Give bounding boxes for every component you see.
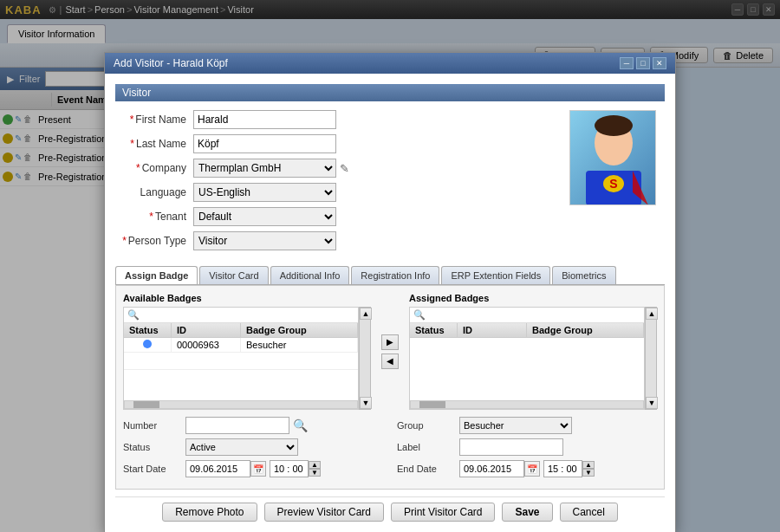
company-select[interactable]: Thermplan GmbH: [193, 159, 336, 178]
assigned-vscroll[interactable]: ▲ ▼: [645, 307, 657, 410]
assigned-vscroll-down-btn[interactable]: ▼: [646, 397, 658, 409]
language-row: Language US-English: [115, 183, 559, 202]
visitor-photo: S: [569, 110, 656, 205]
last-name-label: *Last Name: [115, 138, 193, 150]
assigned-vscroll-up-btn[interactable]: ▲: [646, 308, 658, 320]
badge-section: Available Badges 🔍 Status ID: [115, 285, 665, 490]
preview-visitor-card-button[interactable]: Preview Visitor Card: [264, 503, 384, 522]
end-time-up-btn[interactable]: ▲: [582, 461, 595, 469]
print-visitor-card-button[interactable]: Print Visitor Card: [391, 503, 495, 522]
tenant-select[interactable]: Default: [193, 207, 336, 226]
end-time-down-btn[interactable]: ▼: [582, 469, 595, 477]
form-fields: *First Name *Last Name: [115, 110, 559, 256]
main-area: ▶ Filter Event Name Firs ✎ 🗑 Present Ka: [0, 68, 780, 532]
tenant-label: *Tenant: [115, 211, 193, 223]
start-date-label: Start Date: [123, 464, 185, 474]
tab-biometrics[interactable]: Biometrics: [552, 266, 615, 284]
photo-svg: S: [570, 110, 655, 205]
badge-group-cell: Besucher: [241, 338, 358, 352]
label-row: Label: [397, 438, 657, 456]
vscroll-up-btn[interactable]: ▲: [360, 308, 372, 320]
number-search-icon[interactable]: 🔍: [293, 418, 308, 432]
company-row: *Company Thermplan GmbH ✎: [115, 159, 559, 178]
tab-additional-info[interactable]: Additional Info: [270, 266, 350, 284]
dialog-maximize-btn[interactable]: □: [636, 57, 650, 69]
badge-bottom-form: Number 🔍 Status Active: [123, 417, 657, 482]
available-hscroll[interactable]: [124, 400, 358, 409]
person-type-select[interactable]: Visitor: [193, 231, 336, 250]
badge-label-input[interactable]: [459, 438, 563, 456]
tab-erp-extension[interactable]: ERP Extention Fields: [441, 266, 550, 284]
tab-registration-info[interactable]: Registration Info: [351, 266, 439, 284]
number-label: Number: [123, 420, 185, 431]
end-date-calendar-icon[interactable]: 📅: [524, 461, 540, 477]
badge-label-label: Label: [397, 442, 459, 452]
required-star: *: [122, 235, 127, 247]
inner-tab-bar: Assign Badge Visitor Card Additional Inf…: [115, 266, 665, 285]
tab-assign-badge[interactable]: Assign Badge: [115, 266, 198, 284]
available-badge-row-empty: [124, 353, 358, 370]
right-panel: Add Visitor - Harald Köpf ─ □ ✕ Visitor: [182, 68, 780, 532]
start-date-input[interactable]: [185, 460, 250, 477]
last-name-input[interactable]: [193, 134, 336, 153]
assigned-hscroll-thumb: [419, 401, 445, 408]
assigned-badges-panel: Assigned Badges 🔍 Status ID: [409, 293, 657, 410]
svg-point-2: [595, 115, 633, 136]
end-date-row: End Date 📅 ▲ ▼: [397, 460, 657, 477]
transfer-right-btn[interactable]: ▶: [381, 334, 399, 350]
tab-visitor-card[interactable]: Visitor Card: [199, 266, 268, 284]
end-time-input[interactable]: [543, 460, 582, 477]
start-time-up-btn[interactable]: ▲: [309, 461, 321, 469]
badge-panels: Available Badges 🔍 Status ID: [123, 293, 657, 410]
start-date-calendar-icon[interactable]: 📅: [250, 461, 266, 477]
avail-status-header: Status: [124, 323, 172, 337]
group-select[interactable]: Besucher: [459, 417, 572, 434]
available-badge-row[interactable]: 00006963 Besucher: [124, 338, 358, 353]
person-type-row: *Person Type Visitor: [115, 231, 559, 250]
number-input[interactable]: [185, 417, 289, 434]
photo-area: S: [569, 110, 665, 256]
action-row: Remove Photo Preview Visitor Card Print …: [115, 496, 665, 522]
vscroll-down-btn[interactable]: ▼: [360, 397, 372, 409]
required-star: *: [130, 114, 134, 126]
end-date-input[interactable]: [459, 460, 524, 477]
start-time-down-btn[interactable]: ▼: [309, 469, 321, 477]
dialog: Add Visitor - Harald Köpf ─ □ ✕ Visitor: [104, 52, 676, 532]
transfer-left-btn[interactable]: ◀: [381, 354, 399, 369]
available-hscroll-thumb: [133, 401, 159, 408]
save-button[interactable]: Save: [502, 503, 552, 522]
assigned-hscroll[interactable]: [410, 400, 644, 409]
dialog-minimize-btn[interactable]: ─: [620, 57, 634, 69]
available-table-wrapper: 🔍 Status ID Badge Group: [123, 307, 371, 410]
assigned-vscroll-track: [646, 320, 656, 397]
available-badges-panel: Available Badges 🔍 Status ID: [123, 293, 371, 410]
start-date-row: Start Date 📅 ▲ ▼: [123, 460, 383, 477]
dialog-close-btn[interactable]: ✕: [653, 57, 666, 69]
remove-photo-button[interactable]: Remove Photo: [162, 503, 257, 522]
svg-text:S: S: [609, 177, 617, 191]
assign-status-header: Status: [410, 323, 458, 337]
status-label: Status: [123, 442, 185, 452]
badge-transfer-buttons: ▶ ◀: [378, 293, 402, 410]
available-badges-rows: 00006963 Besucher: [124, 338, 358, 399]
cancel-button[interactable]: Cancel: [560, 503, 618, 522]
first-name-input[interactable]: [193, 110, 336, 129]
required-star: *: [149, 211, 153, 223]
first-name-label: *First Name: [115, 114, 193, 126]
language-select[interactable]: US-English: [193, 183, 336, 202]
dialog-overlay: Add Visitor - Harald Köpf ─ □ ✕ Visitor: [0, 0, 780, 532]
last-name-row: *Last Name: [115, 134, 559, 153]
required-star: *: [130, 138, 134, 150]
status-select[interactable]: Active: [185, 438, 298, 456]
assigned-search-icon[interactable]: 🔍: [413, 309, 426, 321]
badge-id-cell: 00006963: [172, 338, 241, 352]
form-area: *First Name *Last Name: [115, 110, 665, 256]
search-icon[interactable]: 🔍: [127, 309, 140, 321]
company-edit-icon[interactable]: ✎: [340, 162, 349, 175]
assigned-badges-title: Assigned Badges: [409, 293, 657, 303]
vscroll-track: [360, 320, 370, 397]
bottom-right-form: Group Besucher Label: [397, 417, 657, 482]
tenant-row: *Tenant Default: [115, 207, 559, 226]
available-vscroll[interactable]: ▲ ▼: [359, 307, 371, 410]
start-time-input[interactable]: [270, 460, 309, 477]
